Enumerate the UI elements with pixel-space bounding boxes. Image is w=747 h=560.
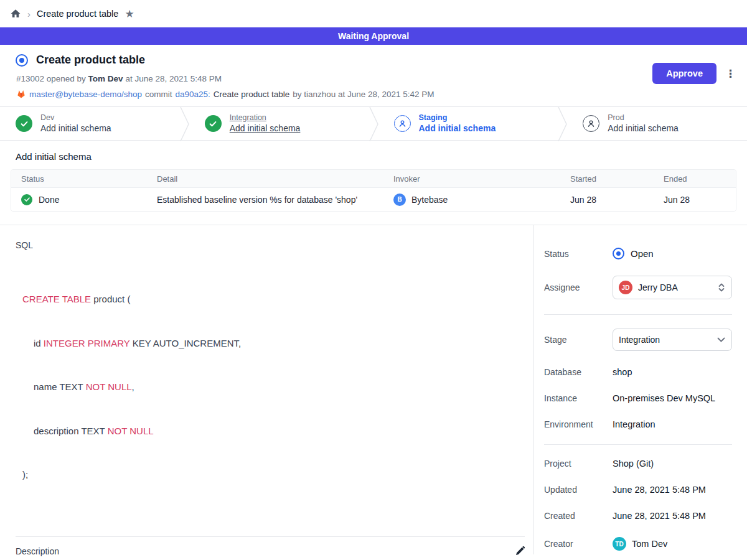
task-status-text: Done [39,195,59,205]
star-icon[interactable]: ★ [125,7,134,21]
task-table-header: Status Detail Invoker Started Ended [11,170,736,188]
chevron-right-icon: › [27,9,31,19]
environment-value: Integration [613,419,655,429]
stage-task-label: Add initial schema [419,123,496,134]
instance-value: On-premises Dev MySQL [613,393,715,403]
creator-avatar: TD [613,537,626,551]
sql-label: SQL [16,240,525,250]
stage-pending-person-icon [583,115,599,132]
divider [16,536,525,537]
stage-task-label: Add initial schema [608,123,679,134]
task-detail-cell: Established baseline version %s for data… [147,195,383,205]
edit-pencil-icon[interactable] [515,546,525,556]
pipeline-stage-staging[interactable]: StagingAdd initial schema [378,107,558,140]
stage-separator [558,107,567,141]
column-ended: Ended [654,174,736,184]
project-label: Project [544,459,613,469]
stage-env-label: Staging [419,113,496,123]
status-banner: Waiting Approval [0,27,747,45]
task-table: Status Detail Invoker Started Ended Done… [11,169,736,212]
divider [544,314,732,315]
assignee-select[interactable]: JD Jerry DBA [613,276,732,299]
more-actions-icon[interactable]: ⋮ [725,68,736,79]
pipeline-stage-integration[interactable]: IntegrationAdd initial schema [189,107,369,140]
issue-meta: #13002 opened by Tom Dev at June 28, 202… [16,74,732,83]
task-invoker-cell: B Bytebase [383,194,560,206]
pipeline-stage-dev[interactable]: DevAdd initial schema [0,107,180,140]
issue-author: Tom Dev [88,74,123,83]
issue-detail-pane: SQL CREATE TABLE product ( id INTEGER PR… [0,225,533,554]
gitlab-icon [16,89,26,99]
bytebase-avatar: B [393,194,406,206]
sidebar-row-assignee: Assignee JD Jerry DBA [544,276,732,299]
stage-env-label[interactable]: Integration [230,113,301,123]
task-invoker-name: Bytebase [411,195,448,205]
stage-env-label: Prod [608,113,679,123]
stage-done-icon [205,115,222,132]
git-repo-link[interactable]: master@bytebase-demo/shop [29,90,142,99]
banner-text: Waiting Approval [338,31,409,41]
created-value: June 28, 2021 5:48 PM [613,511,706,521]
issue-header: Create product table #13002 opened by To… [0,45,747,106]
git-commit-word: commit [145,90,172,99]
creator-value: Tom Dev [632,539,667,549]
sql-line: name TEXT NOT NULL, [22,380,525,394]
sql-line: id INTEGER PRIMARY KEY AUTO_INCREMENT, [22,336,525,351]
sql-line: ); [22,467,525,482]
stage-select[interactable]: Integration [613,329,732,351]
breadcrumb-title: Create product table [37,9,118,19]
stage-pending-person-icon [394,115,411,132]
chevron-down-icon [717,337,725,342]
stage-env-label: Dev [40,113,111,123]
status-label: Status [544,249,613,259]
assignee-label: Assignee [544,282,613,292]
column-detail: Detail [147,174,383,184]
task-ended-cell: Jun 28 [654,195,736,205]
git-commit-message: Create product table [214,90,289,99]
git-commit-hash-link[interactable]: da90a25: [176,90,210,99]
sidebar-row-status: Status Open [544,248,732,259]
stage-separator [369,107,378,141]
sidebar-row-creator: Creator TD Tom Dev [544,537,732,551]
git-commit-line: master@bytebase-demo/shop commit da90a25… [16,89,732,99]
stage-label: Stage [544,335,613,345]
updown-caret-icon [718,282,725,292]
updated-label: Updated [544,485,613,495]
instance-label: Instance [544,393,613,403]
task-section-title: Add initial schema [16,151,747,162]
sql-code-block: CREATE TABLE product ( id INTEGER PRIMAR… [22,263,525,511]
environment-label: Environment [544,419,613,429]
issue-title: Create product table [36,54,145,67]
task-row[interactable]: Done Established baseline version %s for… [11,188,736,211]
home-icon[interactable] [10,8,21,19]
approve-button[interactable]: Approve [652,63,716,84]
sidebar-row-project: Project Shop (Git) [544,459,732,469]
issue-open-icon [16,54,28,67]
project-value: Shop (Git) [613,459,654,469]
status-value: Open [631,248,654,259]
stage-value: Integration [619,335,712,345]
created-label: Created [544,511,613,521]
stage-separator [180,107,189,141]
task-done-icon [21,194,32,205]
breadcrumb: › Create product table ★ [0,0,747,27]
status-open-icon [613,248,624,259]
sql-line: description TEXT NOT NULL [22,424,525,439]
sidebar-row-created: Created June 28, 2021 5:48 PM [544,511,732,521]
sidebar-row-instance: Instance On-premises Dev MySQL [544,393,732,403]
column-status: Status [11,174,147,184]
column-invoker: Invoker [383,174,560,184]
issue-opened-at: at June 28, 2021 5:48 PM [123,74,222,83]
stage-task-label[interactable]: Add initial schema [230,123,301,134]
stage-task-label: Add initial schema [40,123,111,134]
creator-label: Creator [544,539,613,549]
assignee-avatar: JD [619,281,632,294]
database-label: Database [544,367,613,377]
issue-sidebar: Status Open Assignee JD Jerry DBA Stage … [533,225,747,554]
sidebar-row-stage: Stage Integration [544,329,732,351]
task-started-cell: Jun 28 [560,195,654,205]
database-value: shop [613,367,632,377]
sidebar-row-updated: Updated June 28, 2021 5:48 PM [544,485,732,495]
assignee-value: Jerry DBA [638,282,712,292]
pipeline-stage-prod[interactable]: ProdAdd initial schema [567,107,747,140]
